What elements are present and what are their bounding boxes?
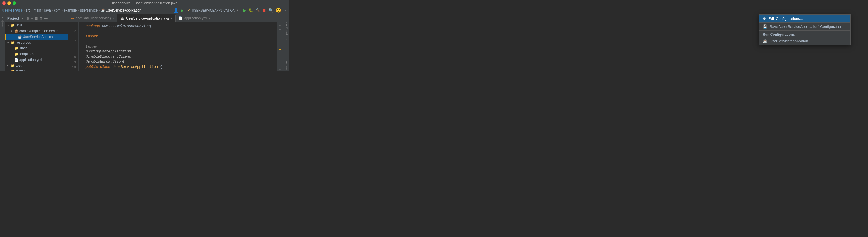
folder-icon-test: 📁 xyxy=(11,64,15,68)
tree-item-static[interactable]: 📁 static xyxy=(5,46,68,51)
sep1: › xyxy=(24,9,25,12)
tree-item-com-example[interactable]: ▾ 📦 com.example.userservice xyxy=(5,28,68,34)
run-green-icon[interactable]: ▶ xyxy=(243,8,246,12)
close-sidebar-icon[interactable]: — xyxy=(44,17,48,20)
right-gutter: ▲ △ ▼ xyxy=(277,22,283,71)
breadcrumb-bar: user-service › src › main › java › com ›… xyxy=(0,6,289,15)
tree-item-target[interactable]: ▾ 📁 target xyxy=(5,69,68,71)
line-numbers: 1 2 7 8 9 10 11 13 16 17 18 xyxy=(68,22,79,71)
dropdown-arrow-icon: ▼ xyxy=(236,9,239,12)
label-yml: application.yml xyxy=(19,58,42,62)
tree-item-resources[interactable]: ▾ 📁 resources xyxy=(5,40,68,46)
label-test: test xyxy=(16,63,21,68)
code-line-empty1 xyxy=(86,39,274,44)
sidebar-header: Project ▼ ⊕ ≡ ⊟ ⚙ — xyxy=(5,15,68,22)
filter-icon[interactable]: ⊟ xyxy=(35,17,38,20)
search-icon[interactable]: 🔍 xyxy=(268,8,273,12)
more-icon[interactable]: ⋮ xyxy=(284,8,287,12)
code-line-annotation3: @EnableEurekaClient xyxy=(86,59,274,64)
class-file-icon: ☕ xyxy=(18,35,22,39)
sep2: › xyxy=(32,9,32,12)
breadcrumb-main[interactable]: main xyxy=(34,8,41,12)
project-sidebar: Project ▼ ⊕ ≡ ⊟ ⚙ — ▾ 📁 java ▾ 📦 com xyxy=(5,15,68,71)
notifications-label[interactable]: Notifications xyxy=(285,22,288,40)
run-config-name: USERSERVICEAPPLICATION xyxy=(192,9,235,12)
minimize-button[interactable] xyxy=(7,1,11,5)
label-com-example: com.example.userservice xyxy=(19,29,58,33)
stop-icon[interactable]: ⏹ xyxy=(262,8,266,12)
run-icon[interactable]: ▶ xyxy=(181,8,184,12)
breadcrumb-userservice[interactable]: userservice xyxy=(80,8,98,12)
sidebar-icons: ⊕ ≡ ⊟ ⚙ — xyxy=(26,17,48,20)
more-right-icon[interactable]: ⋮ xyxy=(285,16,288,19)
tab-yml-close[interactable]: × xyxy=(209,17,210,20)
class-icon: ☕ xyxy=(101,8,105,12)
main-layout: Project Project ▼ ⊕ ≡ ⊟ ⚙ — ▾ 📁 java xyxy=(0,15,289,71)
locate-icon[interactable]: ⊕ xyxy=(26,17,29,20)
label-target: target xyxy=(16,69,25,71)
window-title: user-service – UserServiceApplication.ja… xyxy=(112,1,177,5)
collapse-icon[interactable]: ≡ xyxy=(31,17,33,20)
code-line-empty2 xyxy=(86,70,274,71)
tab-yml[interactable]: 📄 application.yml × xyxy=(176,15,214,22)
tab-main-close[interactable]: × xyxy=(171,17,173,20)
editor-content[interactable]: 1 2 7 8 9 10 11 13 16 17 18 xyxy=(68,22,283,71)
breadcrumb-java[interactable]: java xyxy=(44,8,51,12)
label-static: static xyxy=(19,46,27,50)
sep3: › xyxy=(42,9,43,12)
right-sidebar: ⋮ Notifications Maven xyxy=(283,15,289,71)
folder-icon-target: 📁 xyxy=(11,70,15,71)
avatar[interactable]: 😊 xyxy=(276,7,281,13)
maximize-button[interactable] xyxy=(12,1,16,5)
arrow-test: ▸ xyxy=(7,64,11,67)
window-controls[interactable] xyxy=(2,1,16,5)
sep4: › xyxy=(52,9,53,12)
arrow-resources: ▾ xyxy=(7,41,11,44)
label-main-class: UserServiceApplication xyxy=(23,35,58,39)
close-button[interactable] xyxy=(2,1,6,5)
code-line-annotation2: @EnableDiscoveryClient xyxy=(86,54,274,59)
code-content[interactable]: package com.example.userservice; import … xyxy=(83,22,277,71)
breadcrumb-class[interactable]: UserServiceApplication xyxy=(106,8,142,12)
project-panel-label[interactable]: Project xyxy=(1,17,4,27)
editor-area: m pom.xml (user-service) × ☕ UserService… xyxy=(68,15,283,71)
arrow-java: ▾ xyxy=(7,24,11,27)
active-indicator xyxy=(5,34,6,40)
tab-pom-close[interactable]: × xyxy=(113,17,114,20)
tree-item-templates[interactable]: 📁 templates xyxy=(5,51,68,57)
pom-tab-icon: m xyxy=(71,17,74,20)
run-config-selector[interactable]: ⚙ USERSERVICEAPPLICATION ▼ xyxy=(186,8,241,13)
tab-yml-label: application.yml xyxy=(184,16,207,20)
tab-main[interactable]: ☕ UserServiceApplication.java × xyxy=(117,15,176,22)
code-line-2 xyxy=(86,29,274,34)
folder-icon-java: 📁 xyxy=(11,24,15,27)
build-icon[interactable]: 🔨 xyxy=(255,8,260,12)
scroll-up[interactable]: ▲ xyxy=(279,24,281,26)
breadcrumb-com[interactable]: com xyxy=(54,8,61,12)
maven-label[interactable]: Maven xyxy=(285,61,288,70)
tab-pom[interactable]: m pom.xml (user-service) × xyxy=(68,15,117,22)
code-line-annotation1: @SpringBootApplication xyxy=(86,49,274,54)
code-line-1: package com.example.userservice; xyxy=(86,24,274,29)
yml-tab-icon: 📄 xyxy=(179,17,183,20)
tree-item-application-yml[interactable]: 📄 application.yml xyxy=(5,57,68,63)
sep5: › xyxy=(62,9,63,12)
label-resources: resources xyxy=(16,41,31,45)
label-templates: templates xyxy=(19,52,34,56)
debug-icon[interactable]: 🐛 xyxy=(249,8,253,12)
scroll-up2[interactable]: △ xyxy=(279,28,281,30)
breadcrumb-example[interactable]: example xyxy=(64,8,76,12)
person-icon[interactable]: 👤 xyxy=(174,8,178,12)
code-line-usage: 1 usage xyxy=(86,44,274,49)
scroll-down[interactable]: ▼ xyxy=(279,68,281,71)
breadcrumb-src[interactable]: src xyxy=(26,8,30,12)
package-icon: 📦 xyxy=(14,29,19,33)
folder-icon-static: 📁 xyxy=(14,47,19,50)
gear-icon[interactable]: ⚙ xyxy=(39,17,42,20)
tree-item-main-class[interactable]: ☕ UserServiceApplication xyxy=(5,34,68,40)
scroll-marker xyxy=(279,49,281,50)
sidebar-content: ▾ 📁 java ▾ 📦 com.example.userservice ☕ U… xyxy=(5,22,68,71)
tree-item-test[interactable]: ▸ 📁 test xyxy=(5,63,68,69)
tree-item-java[interactable]: ▾ 📁 java xyxy=(5,22,68,28)
breadcrumb-user-service[interactable]: user-service xyxy=(2,8,23,12)
